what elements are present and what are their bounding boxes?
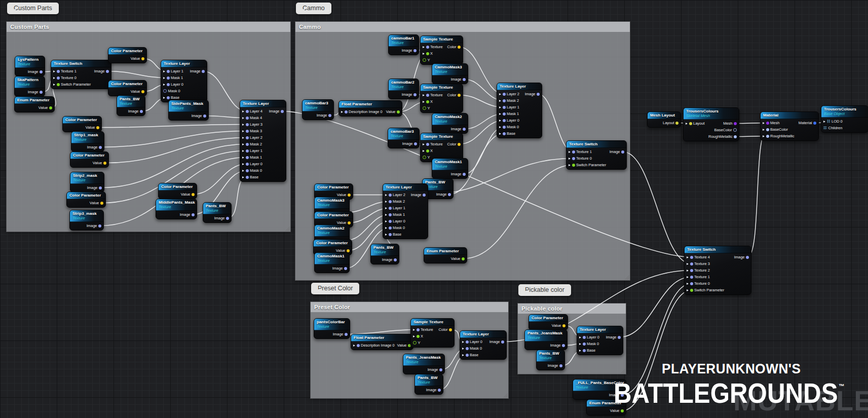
node-pantscolorbar[interactable]: pantsColorBarTextureImage [314, 318, 350, 339]
comment-title-preset-color[interactable]: Preset Color [311, 302, 508, 312]
pin-image[interactable]: Image [402, 48, 417, 54]
pin-value[interactable]: Value [93, 160, 106, 166]
pin-base[interactable]: Base [462, 352, 478, 358]
pin-dot[interactable] [458, 94, 461, 97]
node-middlepants-mask[interactable]: MiddlePants_MaskTextureImage [156, 199, 197, 219]
pin-dot[interactable] [57, 77, 60, 80]
pin-color[interactable]: Color [447, 141, 461, 147]
pin-dot[interactable] [40, 70, 43, 73]
node-header[interactable]: SidePants_MaskTexture [169, 100, 208, 112]
node-strip3-mask[interactable]: Strip3_maskTextureImage [69, 210, 104, 231]
pin-layer-2[interactable]: Layer 2 [499, 91, 519, 97]
node-header[interactable]: cammoBar1Texture [389, 35, 419, 47]
node-header[interactable]: Enum Parameter [15, 97, 54, 104]
pin-dot[interactable] [426, 100, 429, 103]
pin-value[interactable]: Value [451, 256, 465, 262]
pin-dot[interactable] [746, 256, 749, 259]
pin-value[interactable]: Value [39, 105, 52, 111]
pin-dot[interactable] [167, 96, 170, 99]
pin-image[interactable]: Image [606, 334, 621, 340]
pin-layer-1[interactable]: Layer 1 [385, 205, 405, 211]
node-cammomask1-a[interactable]: CammoMask1TextureImage [432, 158, 468, 179]
pin-dot[interactable] [537, 93, 540, 96]
pin-dot[interactable] [503, 99, 506, 102]
pin-mask-1[interactable]: Mask 1 [385, 212, 405, 218]
pin-layer-0[interactable]: Layer 0 [385, 218, 405, 224]
pin-dot[interactable] [423, 194, 426, 197]
node-pantsbw-cp1[interactable]: Pants_BWTextureImage [117, 95, 145, 116]
pin-dot[interactable] [766, 122, 769, 125]
pin-dot[interactable] [99, 186, 102, 189]
pin-dot[interactable] [423, 156, 426, 159]
node-header[interactable]: Strip3_maskTexture [70, 210, 103, 222]
pin-dot[interactable] [413, 341, 417, 345]
pin-dot[interactable] [583, 343, 586, 346]
node-enumparam-main[interactable]: Enum ParameterValue [586, 399, 626, 415]
node-header[interactable]: Sample Texture [421, 36, 463, 43]
node-cammomask2-a[interactable]: CammoMask2TextureImage [432, 113, 468, 134]
node-header[interactable]: Texture Layer [383, 184, 428, 191]
node-header[interactable]: Material [761, 112, 818, 119]
pin-dot[interactable] [246, 130, 249, 133]
pin-dot[interactable] [347, 249, 350, 252]
pin-layer-0[interactable]: Layer 0 [462, 339, 482, 345]
pin-dot[interactable] [734, 122, 737, 125]
node-header[interactable]: cammoBar2Texture [389, 79, 419, 91]
comment-bubble-preset-color[interactable]: Preset Color [311, 283, 359, 294]
pin-layer-1[interactable]: Layer 1 [499, 104, 519, 110]
pin-layer-0[interactable]: Layer 0 [579, 334, 599, 340]
pin-dot[interactable] [246, 169, 249, 172]
pin-roughmetallic[interactable]: RoughMetallic [708, 134, 737, 140]
node-pantsjeans-pick[interactable]: Pants_JeansMaskTextureImage [524, 329, 568, 350]
pin-dot[interactable] [583, 349, 586, 352]
pin-image[interactable]: Image [87, 144, 102, 150]
node-texlayer-cp1[interactable]: Texture LayerLayer 1ImageMask 1Layer 0Ma… [161, 60, 207, 102]
pin-texture-2[interactable]: Texture 2 [687, 268, 710, 274]
pin-image[interactable]: Image [28, 89, 43, 95]
pin-dot[interactable] [389, 194, 392, 197]
pin-dot[interactable] [423, 106, 426, 110]
pin-dot[interactable] [621, 394, 624, 397]
pin-value[interactable]: Value [86, 125, 99, 131]
pin-dot[interactable] [501, 340, 504, 344]
pin-mask-2[interactable]: Mask 2 [242, 141, 262, 147]
node-texlayer-cp-big[interactable]: Texture LayerLayer 4ImageMask 4Layer 3Ma… [240, 100, 286, 182]
pin-dot[interactable] [618, 336, 621, 339]
pin-image[interactable]: Image [734, 254, 749, 260]
node-header[interactable]: Strip1_maskTexture [71, 132, 104, 143]
node-texlayer-cammo-mid[interactable]: Texture LayerLayer 2ImageMask 2Layer 1Ma… [383, 183, 428, 239]
pin-color[interactable]: Color [447, 44, 461, 50]
pin-texture-1[interactable]: Texture 1 [687, 274, 710, 280]
pin-dot[interactable] [503, 112, 506, 116]
node-header[interactable]: Texture Layer [460, 331, 506, 338]
comment-resize-handle[interactable] [284, 225, 290, 231]
pin-image[interactable]: Image [402, 141, 417, 147]
pin-texture-1[interactable]: Texture 1 [53, 68, 77, 74]
pin-image[interactable]: Image [489, 339, 504, 345]
pin-dot[interactable] [389, 226, 392, 230]
pin-mask-4[interactable]: Mask 4 [242, 115, 262, 121]
pin-dot[interactable] [202, 70, 205, 73]
pin-dot[interactable] [417, 335, 420, 338]
node-header[interactable]: CammoMask1Texture [315, 253, 349, 264]
pin-dot[interactable] [246, 123, 249, 126]
pin-material[interactable]: Material [799, 120, 816, 126]
node-header[interactable]: Float Parameter [351, 334, 413, 341]
pin-dot[interactable] [734, 135, 737, 138]
comment-title-pickable-color[interactable]: Pickable color [518, 303, 626, 314]
pin-basecolor[interactable]: BaseColor [763, 127, 788, 133]
pin-dot[interactable] [389, 220, 392, 223]
pin-base[interactable]: Base [579, 348, 595, 354]
node-texlayer-cammo-top[interactable]: Texture LayerLayer 2ImageMask 2Layer 1Ma… [497, 83, 542, 138]
pin-dot[interactable] [192, 213, 195, 216]
pin-mesh[interactable]: Mesh [723, 121, 737, 127]
pin-x[interactable]: X [413, 333, 423, 339]
pin-dot[interactable] [503, 126, 506, 129]
pin-value[interactable]: Value [397, 343, 411, 349]
node-skapattern[interactable]: SkaPatternTextureImage [14, 76, 45, 97]
node-cammomask1-b[interactable]: CammoMask1TextureImage [314, 252, 350, 273]
pin-dot[interactable] [100, 202, 103, 205]
pin-dot[interactable] [426, 149, 429, 153]
node-header[interactable]: Color Parameter [63, 117, 101, 124]
pin-texture-3[interactable]: Texture 3 [687, 261, 710, 267]
